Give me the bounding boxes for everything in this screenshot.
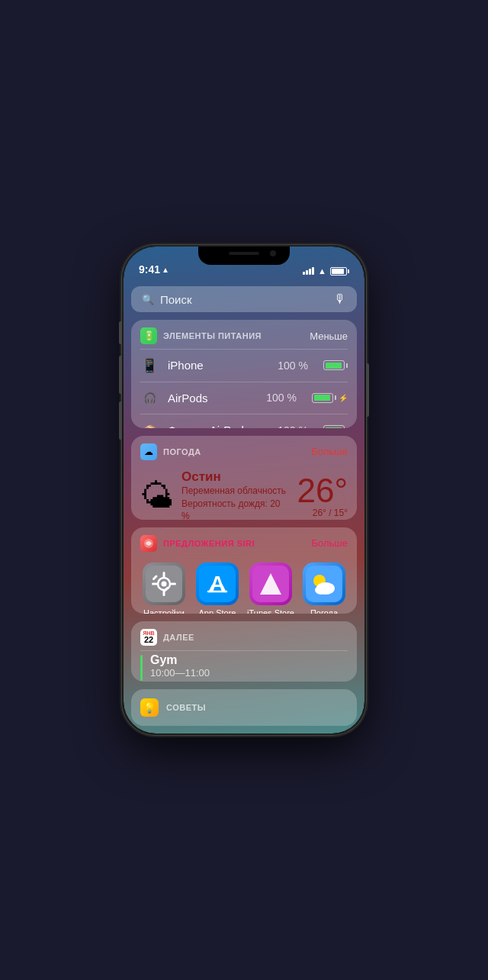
event-time: 10:00—11:00 bbox=[150, 667, 210, 679]
camera bbox=[270, 250, 276, 256]
weather-temp-block: 26° 26° / 15° bbox=[297, 474, 348, 518]
power-button[interactable] bbox=[366, 363, 369, 417]
weather-emoji-icon: 🌤 bbox=[140, 477, 174, 515]
siri-widget: ПРЕДЛОЖЕНИЯ SIRI Больше bbox=[131, 527, 357, 614]
svg-rect-7 bbox=[152, 582, 158, 585]
airpods-case-battery-bar bbox=[323, 425, 348, 428]
siri-app-weather[interactable]: Погода bbox=[300, 563, 348, 614]
settings-app-label: Настройки bbox=[143, 608, 185, 614]
svg-rect-5 bbox=[163, 572, 165, 578]
status-icons: ▲ bbox=[303, 266, 349, 276]
iphone-name: iPhone bbox=[168, 359, 268, 372]
speaker bbox=[229, 252, 259, 255]
settings-app-icon[interactable] bbox=[143, 563, 185, 605]
mic-icon[interactable]: 🎙 bbox=[334, 292, 346, 306]
siri-widget-title: ПРЕДЛОЖЕНИЯ SIRI bbox=[163, 539, 306, 548]
signal-icon bbox=[303, 267, 314, 275]
battery-widget-icon: 🔋 bbox=[140, 327, 157, 344]
weather-description: Переменная облачность bbox=[181, 485, 289, 498]
siri-app-appstore[interactable]: A App Store bbox=[194, 563, 241, 614]
appstore-app-label: App Store bbox=[199, 608, 236, 614]
tips-widget-icon: 💡 bbox=[140, 698, 159, 717]
appstore-app-icon[interactable]: A bbox=[196, 563, 239, 605]
siri-widget-header: ПРЕДЛОЖЕНИЯ SIRI Больше bbox=[131, 527, 357, 556]
weather-range: 26° / 15° bbox=[297, 508, 348, 518]
siri-app-itunes[interactable]: iTunes Store bbox=[247, 563, 294, 614]
event-details: Gym 10:00—11:00 bbox=[150, 653, 210, 679]
weather-temp: 26° bbox=[297, 474, 348, 508]
iphone-battery-pct: 100 % bbox=[278, 359, 308, 372]
airpods-case-name: Футляр AirPods bbox=[168, 424, 268, 428]
calendar-content: Gym 10:00—11:00 bbox=[131, 650, 357, 682]
event-color-bar bbox=[140, 655, 143, 681]
airpods-case-icon: 📦 bbox=[140, 421, 159, 428]
battery-icon bbox=[330, 267, 349, 276]
battery-widget-action[interactable]: Меньше bbox=[310, 330, 348, 342]
search-input[interactable]: Поиск bbox=[160, 293, 328, 306]
weather-app-label: Погода bbox=[310, 608, 338, 614]
tips-widget: 💡 СОВЕТЫ bbox=[131, 689, 357, 726]
weather-widget: ☁ ПОГОДА Больше 🌤 Остин Переменная облач… bbox=[131, 436, 357, 520]
weather-app-icon[interactable] bbox=[303, 563, 345, 605]
svg-point-4 bbox=[162, 581, 167, 586]
calendar-widget: ЯНВ 22 ДАЛЕЕ Gym 10:00—11:00 bbox=[131, 621, 357, 682]
event-name: Gym bbox=[150, 653, 210, 667]
weather-details: Остин Переменная облачность Вероятность … bbox=[181, 469, 289, 520]
battery-widget-title: ЭЛЕМЕНТЫ ПИТАНИЯ bbox=[163, 331, 303, 340]
wifi-icon: ▲ bbox=[318, 266, 326, 276]
tips-widget-title: СОВЕТЫ bbox=[166, 703, 206, 712]
search-icon: 🔍 bbox=[142, 294, 154, 305]
airpods-icon: 🎧 bbox=[140, 388, 159, 407]
airpods-battery-pct: 100 % bbox=[266, 392, 297, 404]
siri-widget-action[interactable]: Больше bbox=[312, 537, 348, 549]
battery-widget: 🔋 ЭЛЕМЕНТЫ ПИТАНИЯ Меньше 📱 iPhone 100 % bbox=[131, 320, 357, 428]
airpods-name: AirPods bbox=[168, 392, 257, 405]
calendar-event: Gym 10:00—11:00 bbox=[140, 653, 348, 681]
siri-apps-list: Настройки A bbox=[131, 556, 357, 614]
weather-widget-action[interactable]: Больше bbox=[312, 446, 348, 457]
weather-content: 🌤 Остин Переменная облачность Вероятност… bbox=[131, 465, 357, 520]
status-time: 9:41 ▲ bbox=[139, 263, 169, 276]
weather-widget-title: ПОГОДА bbox=[163, 447, 306, 456]
itunes-app-icon[interactable] bbox=[249, 563, 292, 605]
search-bar[interactable]: 🔍 Поиск 🎙 bbox=[131, 286, 357, 312]
volume-up-button[interactable] bbox=[119, 356, 122, 394]
svg-point-21 bbox=[315, 585, 327, 595]
volume-down-button[interactable] bbox=[119, 401, 122, 440]
notch bbox=[198, 247, 290, 265]
mute-button[interactable] bbox=[119, 321, 122, 344]
airpods-battery-bar: ⚡ bbox=[312, 393, 348, 403]
screen: 9:41 ▲ ▲ bbox=[124, 247, 364, 733]
siri-widget-icon bbox=[140, 535, 157, 552]
content-area: 🔍 Поиск 🎙 🔋 ЭЛЕМЕНТЫ ПИТАНИЯ Меньше 📱 bbox=[124, 280, 364, 733]
weather-widget-icon: ☁ bbox=[140, 443, 157, 460]
location-icon: ▲ bbox=[162, 266, 169, 274]
device-airpods-case: 📦 Футляр AirPods 100 % bbox=[131, 414, 357, 428]
weather-rain: Вероятность дождя: 20 % bbox=[181, 498, 289, 520]
siri-app-settings[interactable]: Настройки bbox=[140, 563, 188, 614]
airpods-case-battery-pct: 100 % bbox=[278, 424, 308, 428]
weather-widget-header: ☁ ПОГОДА Больше bbox=[131, 436, 357, 465]
calendar-widget-icon: ЯНВ 22 bbox=[140, 629, 157, 646]
iphone-icon: 📱 bbox=[140, 356, 159, 375]
phone-screen: 9:41 ▲ ▲ bbox=[124, 247, 364, 733]
calendar-widget-header: ЯНВ 22 ДАЛЕЕ bbox=[131, 621, 357, 650]
iphone-battery-bar bbox=[323, 360, 348, 370]
device-airpods: 🎧 AirPods 100 % ⚡ bbox=[131, 382, 357, 414]
battery-widget-header: 🔋 ЭЛЕМЕНТЫ ПИТАНИЯ Меньше bbox=[131, 320, 357, 349]
phone-frame: 9:41 ▲ ▲ bbox=[122, 245, 366, 735]
svg-rect-8 bbox=[170, 582, 176, 585]
weather-city: Остин bbox=[181, 469, 289, 485]
itunes-app-label: iTunes Store bbox=[247, 608, 294, 614]
calendar-widget-title: ДАЛЕЕ bbox=[163, 633, 348, 642]
device-iphone: 📱 iPhone 100 % bbox=[131, 350, 357, 382]
